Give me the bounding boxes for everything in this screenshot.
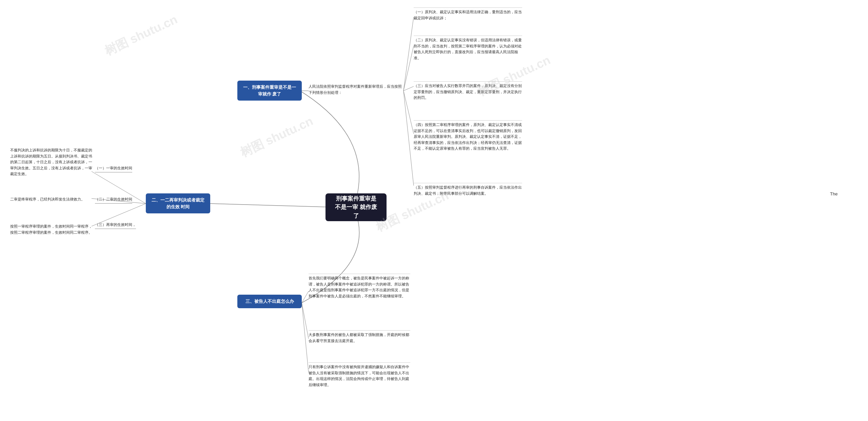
branch-node-1: 一、刑事案件重审是不是一审就作 废了	[237, 81, 302, 101]
svg-line-10	[302, 303, 309, 373]
svg-line-8	[302, 291, 309, 303]
branch-node-3: 三、被告人不出庭怎么办	[237, 295, 302, 308]
central-node-text: 刑事案件重审是不是一审 就作废了	[334, 194, 378, 220]
far-right-leaf-4: （四）按照第二审程序审理的案件，原判决、裁定认定事实不清或证据不足的，可以在查清…	[414, 120, 522, 152]
left-sub-label-2: （二）二审的生效时间	[95, 196, 132, 204]
svg-line-3	[403, 91, 414, 134]
watermark-1: 树图 shutu.cn	[102, 11, 180, 59]
connection-lines	[0, 0, 868, 421]
bottom-leaf-3: 只有刑事公诉案件中没有被拘留并逮捕的嫌疑人和自诉案件中被告人没有被采取强制措施的…	[309, 362, 410, 388]
svg-line-2	[403, 86, 414, 91]
left-leaf-3: 按照一审程序审理的案件，生效时间同一审程序，按照二审程序审理的案件，生效时间同二…	[10, 224, 93, 235]
bottom-leaf-2: 大多数刑事案件的被告人都被采取了强制措施，开庭的时候都会从看守所直接去法庭开庭。	[309, 330, 410, 344]
left-sub-label-1: （一）一审的生效时间	[95, 165, 132, 172]
left-leaf-1: 不服判决的上诉和抗诉的期限为十日，不服裁定的上诉和抗诉的期限为五日。从接到判决书…	[10, 147, 93, 177]
svg-line-4	[403, 91, 414, 186]
central-node: 刑事案件重审是不是一审 就作废了	[326, 193, 387, 221]
svg-line-1	[403, 46, 414, 91]
branch-2-text: 二、一二再审判决或者裁定的生效 时间	[152, 197, 204, 209]
branch-1-text: 一、刑事案件重审是不是一审就作 废了	[243, 85, 296, 97]
left-leaf-2: 二审是终审程序，已经判决即发生法律效力。	[10, 196, 85, 203]
branch-3-text: 三、被告人不出庭怎么办	[245, 299, 294, 304]
far-right-leaf-3: （三）应当对被告人实行数罪并罚的案件，原判决、裁定没有分别定罪量刑的，应当撤销原…	[414, 81, 522, 101]
right-leaf-1: 人民法院依照审判监督程序对案件重新审理后，应当按照下列情形分别处理：	[309, 84, 403, 96]
far-right-leaf-5: （五）按照审判监督程序进行再审的刑事自诉案件，应当依法作出判决、裁定书；附带民事…	[414, 183, 522, 196]
svg-line-0	[403, 17, 414, 91]
mind-map: 树图 shutu.cn 树图 shutu.cn 树图 shutu.cn 树图 s…	[0, 0, 868, 421]
watermark-2: 树图 shutu.cn	[238, 113, 316, 161]
svg-line-9	[302, 303, 309, 339]
the-text-fragment: The	[830, 191, 837, 196]
far-right-leaf-1: （一）原判决、裁定认定事实和适用法律正确，量刑适当的，应当裁定回申诉或抗诉；	[414, 7, 522, 21]
right-leaf-1-text: 人民法院依照审判监督程序对案件重新审理后，应当按照下列情形分别处理：	[309, 84, 402, 94]
bottom-leaf-1: 首先我们要明确两个概念，被告是民事案件中被起诉一方的称谓，被告人是刑事案件中被追…	[309, 274, 410, 299]
left-sub-label-3: （三）再审的生效时间，	[95, 222, 136, 229]
far-right-leaf-2: （二）原判决、裁定认定事实没有错误，但适用法律有错误，或量刑不当的，应当改判，按…	[414, 36, 522, 61]
branch-node-2: 二、一二再审判决或者裁定的生效 时间	[146, 193, 210, 213]
